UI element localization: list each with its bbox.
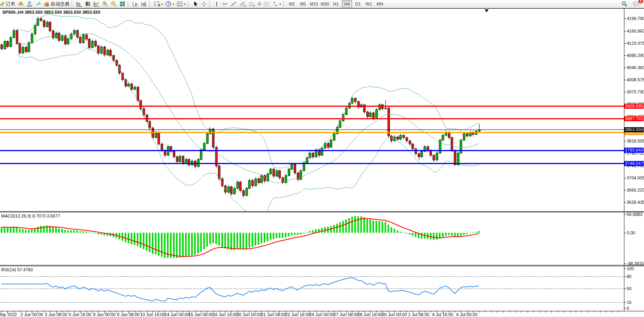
chat-button[interactable]: 1: [632, 0, 641, 7]
dropdown-caret-icon: ▾: [161, 2, 163, 6]
arrows-icon: [272, 1, 278, 7]
cursor-button[interactable]: [191, 0, 200, 7]
timeframe-button-M15[interactable]: M15: [309, 0, 319, 7]
axis-tick-mark: [624, 43, 626, 44]
axis-tick-mark: [624, 308, 626, 309]
price-tag[interactable]: 3748.547: [624, 161, 644, 166]
new-order-button[interactable]: 订单: [0, 0, 16, 7]
rsi-panel-splitter[interactable]: [0, 265, 644, 266]
timeframe-button-H4[interactable]: H4: [342, 0, 352, 7]
axis-tick-mark: [624, 178, 626, 178]
toolbar: 订单 自动交易: [0, 0, 644, 8]
price-tag[interactable]: 3887.762: [624, 116, 644, 121]
candlestick-chart-button[interactable]: [84, 0, 92, 7]
symbol-ohlc-label: SP500-,H4 3853.550 3853.550 3853.550 385…: [2, 10, 100, 15]
time-axis-border: [0, 311, 644, 311]
line-chart-icon: [93, 1, 100, 7]
text-label-button[interactable]: T: [262, 0, 271, 7]
price-tick-label: 4008.575: [627, 77, 644, 82]
notification-badge: 1: [639, 0, 643, 4]
template-icon: [177, 1, 183, 7]
search-icon: [621, 1, 628, 7]
dropdown-caret-icon: ▾: [279, 2, 281, 6]
timeframe-button-H1[interactable]: H1: [331, 0, 341, 7]
axis-tick-mark: [624, 80, 626, 80]
autotrade-button[interactable]: 自动交易: [42, 0, 71, 7]
trendline-button[interactable]: [229, 0, 238, 7]
price-tag[interactable]: 3853.550: [624, 127, 644, 132]
toolbar-group-handle: [149, 1, 152, 7]
zoom-out-button[interactable]: [109, 0, 118, 7]
chart-top-border: [0, 8, 644, 9]
candlestick-icon: [85, 1, 91, 7]
order-tag-icon: [0, 1, 5, 7]
price-tick-label: 3704.005: [627, 175, 644, 180]
text-button[interactable]: A: [257, 0, 262, 7]
toolbar-group-handle: [128, 1, 130, 7]
market-button[interactable]: [16, 0, 25, 7]
toolbar-group-handle: [188, 1, 190, 7]
chart-shift-marker[interactable]: [485, 9, 489, 12]
community-button[interactable]: [25, 0, 34, 7]
vertical-line-button[interactable]: [213, 0, 221, 7]
signal-icon: [35, 1, 41, 7]
timeframe-toolbar: M1M5M15M30H1H4D1W1MN: [286, 0, 385, 7]
price-tick-label: 4199.790: [627, 16, 644, 21]
price-tick-label: 4046.360: [627, 65, 644, 70]
cursor-icon: [192, 1, 199, 7]
gold-bar-icon: [18, 1, 24, 7]
crosshair-button[interactable]: [200, 0, 208, 7]
search-button[interactable]: [620, 0, 629, 7]
timeframe-button-D1[interactable]: D1: [353, 0, 363, 7]
timeframe-button-M5[interactable]: M5: [298, 0, 308, 7]
templates-button[interactable]: ▾: [175, 0, 187, 7]
equidistant-channel-button[interactable]: E: [238, 0, 247, 7]
axis-tick-mark: [624, 190, 626, 190]
rsi-tick-label: 80: [627, 274, 644, 279]
periods-button[interactable]: ▾: [164, 0, 175, 7]
axis-tick-mark: [624, 276, 626, 277]
bar-chart-button[interactable]: [75, 0, 84, 7]
price-tick-label: 3666.220: [627, 188, 644, 192]
price-tag[interactable]: 3926.695: [624, 104, 644, 109]
horizontal-line-button[interactable]: [221, 0, 229, 7]
price-tick-label: 3970.790: [627, 90, 644, 94]
price-tick-label: 4123.075: [627, 41, 644, 46]
text-icon: A: [258, 1, 261, 7]
bar-chart-icon: [76, 1, 82, 7]
fibonacci-button[interactable]: F: [247, 0, 257, 7]
axis-tick-mark: [624, 31, 626, 31]
tile-windows-icon: [119, 1, 126, 7]
price-tick-label: 3628.435: [627, 200, 644, 205]
arrows-button[interactable]: ▾: [271, 0, 282, 7]
trendline-icon: [230, 1, 237, 7]
price-tick-label: 3818.505: [627, 139, 644, 143]
line-chart-button[interactable]: [92, 0, 101, 7]
new-order-label: 订单: [6, 1, 15, 7]
chart-canvas[interactable]: [0, 0, 644, 318]
timeframe-button-M1[interactable]: M1: [287, 0, 297, 7]
chart-shift-icon: [141, 1, 147, 7]
price-tick-label: 4085.290: [627, 53, 644, 58]
macd-tick-label: -98.3915: [627, 261, 644, 266]
toolbar-group-handle: [71, 1, 74, 7]
timeframe-button-M30[interactable]: M30: [320, 0, 330, 7]
axis-tick-mark: [624, 269, 626, 269]
axis-tick-mark: [624, 202, 626, 203]
tile-windows-button[interactable]: [118, 0, 127, 7]
rsi-indicator-label: RSI(14) 57.4783: [1, 267, 33, 272]
chart-shift-button[interactable]: [140, 0, 148, 7]
zoom-in-button[interactable]: [101, 0, 109, 7]
dropdown-caret-icon: ▾: [184, 2, 186, 6]
auto-scroll-button[interactable]: [131, 0, 140, 7]
macd-panel-splitter[interactable]: [0, 211, 644, 212]
signals-button[interactable]: [34, 0, 42, 7]
indicators-button[interactable]: ▾: [153, 0, 164, 7]
macd-indicator-label: MACD(12,26,9) 8.7073 3.6677: [1, 214, 60, 218]
timeframe-button-MN[interactable]: MN: [375, 0, 385, 7]
price-tag[interactable]: 3789.840: [624, 148, 644, 153]
axis-tick-mark: [624, 289, 626, 289]
timeframe-button-W1[interactable]: W1: [364, 0, 374, 7]
macd-tick-label: 0.00: [627, 230, 644, 235]
axis-tick-mark: [624, 68, 626, 68]
